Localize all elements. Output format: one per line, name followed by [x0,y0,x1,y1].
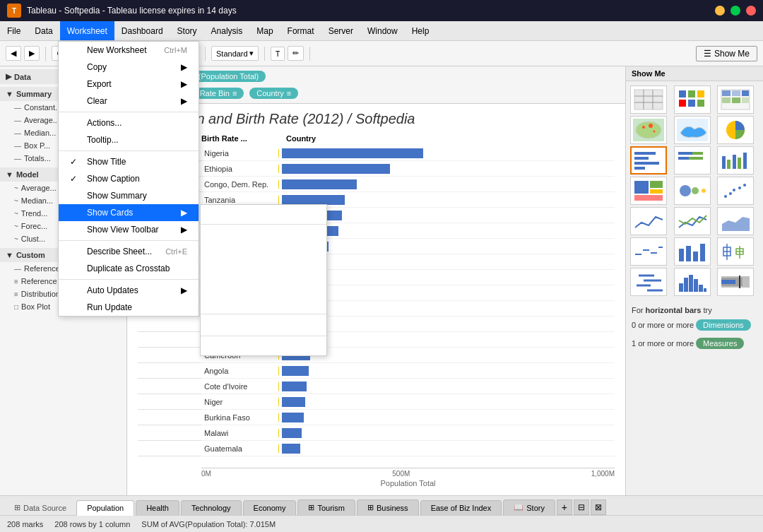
menu-file[interactable]: File [0,21,28,40]
menu-export[interactable]: Export ▶ [59,76,199,93]
submenu-marks[interactable]: ✓ Marks [201,338,326,355]
thumb-circle-view[interactable] [674,177,711,205]
worksheet-dropdown: New Worksheet Ctrl+M Copy ▶ Export ▶ Cle… [58,41,199,317]
back-button[interactable]: ◀ [6,46,21,61]
svg-rect-15 [722,97,731,103]
measures-button[interactable]: Measures [696,338,744,349]
duplicate-sheet-button[interactable]: ⊟ [574,500,589,515]
thumb-discrete-line[interactable] [630,237,667,266]
thumb-gantt[interactable] [630,268,667,296]
menu-worksheet[interactable]: Worksheet [60,21,114,40]
fit-width-button[interactable]: Standard ▾ [211,46,259,61]
svg-rect-74 [704,288,706,292]
thumb-symbol-map[interactable] [630,116,667,144]
menu-new-worksheet[interactable]: New Worksheet Ctrl+M [59,42,199,59]
menu-show-caption[interactable]: ✓ Show Caption [59,170,199,187]
menu-duplicate-crosstab[interactable]: Duplicate as Crosstab [59,260,199,277]
tab-story[interactable]: 📖 Story [503,500,555,515]
thumb-vertical-bar[interactable] [674,237,711,266]
country-col-header: Country [286,134,316,143]
menu-show-title[interactable]: ✓ Show Title [59,153,199,170]
submenu-measure-values[interactable]: Measure Values Shelf [201,295,326,312]
menu-run-update[interactable]: Run Update [59,299,199,316]
menu-clear[interactable]: Clear ▶ [59,93,199,110]
status-rows: 208 rows by 1 column [54,520,130,528]
thumb-text-table[interactable] [630,85,667,114]
separator-4 [59,279,199,280]
highlight-button[interactable]: ✏ [288,46,304,61]
shelf-area: ⊞ Columns AVG(Population Total) ⊟ Rows B… [127,66,625,104]
menu-format[interactable]: Format [280,21,321,40]
thumb-heat-map[interactable] [674,85,711,114]
tab-technology[interactable]: Technology [181,500,242,515]
menu-auto-updates[interactable]: Auto Updates ▶ [59,282,199,299]
menu-describe-sheet[interactable]: Describe Sheet... Ctrl+E [59,243,199,260]
menu-window[interactable]: Window [360,21,405,40]
dimensions-button[interactable]: Dimensions [696,319,750,331]
add-sheet-button[interactable]: + [557,500,572,515]
thumb-pie[interactable] [717,116,754,144]
thumb-scatter[interactable] [717,177,754,205]
submenu-columns-shelf[interactable]: ✓ Columns Shelf [201,227,326,244]
close-button[interactable] [746,6,756,16]
menu-help[interactable]: Help [405,21,437,40]
svg-rect-77 [721,280,735,284]
show-me-button[interactable]: ☰ Show Me [696,46,757,61]
svg-rect-0 [634,90,663,110]
tab-economy[interactable]: Economy [243,500,297,515]
thumb-side-by-side[interactable] [717,146,754,175]
submenu-current-page[interactable]: Current Page [201,317,326,333]
menu-story[interactable]: Story [170,21,204,40]
submenu-rows-shelf[interactable]: ✓ Rows Shelf [201,244,326,261]
menu-copy[interactable]: Copy ▶ [59,59,199,76]
thumb-treemap[interactable] [630,177,667,205]
tab-business[interactable]: ⊞ Business [357,500,419,515]
thumb-highlight-table[interactable] [717,85,754,114]
data-source-tab[interactable]: ⊞ Data Source [6,500,75,515]
remove-sheet-button[interactable]: ⊠ [591,500,606,515]
submenu-pages-shelf[interactable]: ✓ Pages Shelf [201,261,326,278]
thumb-line[interactable] [630,207,667,235]
svg-rect-30 [692,152,703,155]
minimize-button[interactable] [715,6,725,16]
tab-tourism[interactable]: ⊞ Tourism [297,500,355,515]
status-marks: 208 marks [7,520,43,528]
maximize-button[interactable] [731,6,740,16]
chart-row: Ethiopia [201,161,615,177]
thumb-histogram[interactable] [674,268,711,296]
status-bar: 208 marks 208 rows by 1 column SUM of AV… [0,515,763,532]
svg-rect-13 [732,90,740,96]
menu-tooltip[interactable]: Tooltip... [59,131,199,148]
menu-dashboard[interactable]: Dashboard [114,21,170,40]
submenu-filters-shelf[interactable]: ✓ Filters Shelf [201,278,326,295]
submenu-reset-cards[interactable]: Reset Cards [201,205,326,222]
thumb-box-whisker[interactable] [717,237,754,266]
menu-show-view-toolbar[interactable]: Show View Toolbar ▶ [59,221,199,238]
status-sum: SUM of AVG(Population Total): 7.015M [141,520,276,528]
thumb-dual-line[interactable] [674,207,711,235]
menu-analysis[interactable]: Analysis [204,21,250,40]
thumb-filled-map[interactable] [674,116,711,144]
chart-row: Angola [201,363,615,379]
tab-ease-of-biz[interactable]: Ease of Biz Index [420,500,502,515]
thumb-area[interactable] [717,207,754,235]
toolbar-sep-4 [205,47,206,61]
forward-button[interactable]: ▶ [24,46,40,61]
svg-rect-17 [742,97,749,103]
chart-row: Cote d'Ivoire [201,379,615,394]
menu-show-cards[interactable]: Show Cards ▶ Reset Cards ✓ Columns Shelf… [59,204,199,221]
thumb-stacked-bar[interactable] [674,146,711,175]
menu-map[interactable]: Map [249,21,280,40]
menu-actions[interactable]: Actions... [59,114,199,131]
menu-show-summary[interactable]: Show Summary [59,187,199,204]
menu-server[interactable]: Server [321,21,360,40]
tab-population[interactable]: Population [76,500,134,516]
text-button[interactable]: T [271,47,285,61]
country-pill[interactable]: Country ≡ [249,88,298,99]
svg-rect-14 [742,90,749,96]
tab-health[interactable]: Health [136,500,179,515]
thumb-bullet[interactable] [717,268,754,296]
thumb-horizontal-bar[interactable] [630,146,667,175]
menu-data[interactable]: Data [28,21,59,40]
svg-rect-39 [650,181,663,188]
